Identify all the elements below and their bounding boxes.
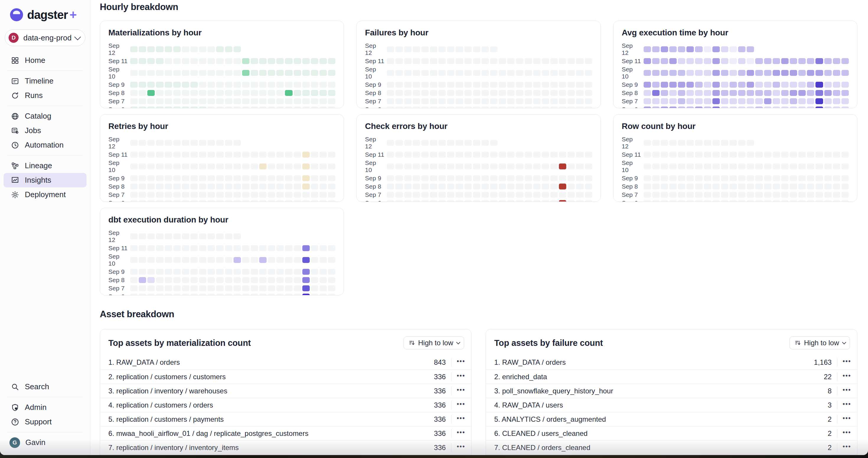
heatmap-cell[interactable] — [430, 106, 437, 108]
heatmap-cell[interactable] — [165, 46, 172, 52]
heatmap-cell[interactable] — [216, 175, 223, 181]
heatmap-cell[interactable] — [130, 233, 137, 239]
heatmap-cell[interactable] — [669, 90, 677, 96]
heatmap-cell[interactable] — [234, 192, 241, 198]
heatmap-cell[interactable] — [695, 46, 702, 52]
heatmap-cell[interactable] — [686, 82, 694, 88]
heatmap-cell[interactable] — [781, 175, 788, 181]
heatmap-cell[interactable] — [165, 98, 172, 104]
heatmap-cell[interactable] — [824, 90, 832, 96]
heatmap-cell[interactable] — [533, 184, 540, 190]
heatmap-cell[interactable] — [404, 90, 411, 96]
heatmap-cell[interactable] — [156, 269, 163, 275]
heatmap-cell[interactable] — [661, 200, 668, 202]
heatmap-cell[interactable] — [302, 269, 310, 275]
heatmap-cell[interactable] — [165, 245, 172, 251]
heatmap-cell[interactable] — [790, 58, 797, 64]
heatmap-cell[interactable] — [199, 98, 206, 104]
heatmap-cell[interactable] — [542, 163, 549, 169]
heatmap-cell[interactable] — [328, 70, 335, 76]
heatmap-cell[interactable] — [764, 184, 771, 190]
heatmap-cell[interactable] — [182, 140, 189, 146]
heatmap-cell[interactable] — [669, 163, 677, 169]
heatmap-cell[interactable] — [542, 192, 549, 198]
heatmap-cell[interactable] — [559, 192, 566, 198]
heatmap-cell[interactable] — [182, 152, 189, 158]
heatmap-cell[interactable] — [525, 152, 532, 158]
heatmap-cell[interactable] — [507, 82, 515, 88]
asset-row[interactable]: 7. replication / inventory / inventory_i… — [100, 440, 471, 454]
heatmap-cell[interactable] — [430, 192, 437, 198]
heatmap-cell[interactable] — [482, 90, 489, 96]
heatmap-cell[interactable] — [328, 257, 335, 263]
heatmap-cell[interactable] — [173, 163, 181, 169]
heatmap-cell[interactable] — [165, 70, 172, 76]
heatmap-cell[interactable] — [585, 184, 592, 190]
heatmap-cell[interactable] — [182, 70, 189, 76]
heatmap-cell[interactable] — [833, 82, 840, 88]
heatmap-cell[interactable] — [156, 98, 163, 104]
heatmap-cell[interactable] — [678, 70, 685, 76]
heatmap-cell[interactable] — [413, 106, 420, 108]
heatmap-cell[interactable] — [542, 175, 549, 181]
heatmap-cell[interactable] — [456, 140, 463, 146]
heatmap-cell[interactable] — [147, 184, 155, 190]
heatmap-cell[interactable] — [173, 245, 181, 251]
heatmap-cell[interactable] — [661, 90, 668, 96]
heatmap-cell[interactable] — [404, 175, 411, 181]
heatmap-cell[interactable] — [225, 46, 232, 52]
heatmap-cell[interactable] — [190, 140, 198, 146]
heatmap-cell[interactable] — [165, 90, 172, 96]
heatmap-cell[interactable] — [276, 70, 284, 76]
heatmap-cell[interactable] — [730, 152, 737, 158]
heatmap-cell[interactable] — [790, 98, 797, 104]
heatmap-cell[interactable] — [559, 175, 566, 181]
heatmap-cell[interactable] — [542, 58, 549, 64]
heatmap-cell[interactable] — [764, 200, 771, 202]
heatmap-cell[interactable] — [430, 163, 437, 169]
heatmap-cell[interactable] — [294, 98, 301, 104]
heatmap-cell[interactable] — [147, 140, 155, 146]
heatmap-cell[interactable] — [182, 184, 189, 190]
heatmap-cell[interactable] — [704, 106, 711, 108]
heatmap-cell[interactable] — [585, 82, 592, 88]
heatmap-cell[interactable] — [669, 192, 677, 198]
heatmap-cell[interactable] — [525, 82, 532, 88]
heatmap-cell[interactable] — [490, 200, 497, 202]
heatmap-cell[interactable] — [413, 140, 420, 146]
heatmap-cell[interactable] — [824, 70, 832, 76]
row-menu-button[interactable]: ••• — [457, 429, 465, 438]
heatmap-cell[interactable] — [156, 184, 163, 190]
heatmap-cell[interactable] — [259, 245, 267, 251]
heatmap-cell[interactable] — [139, 46, 146, 52]
heatmap-cell[interactable] — [533, 175, 540, 181]
heatmap-cell[interactable] — [807, 175, 814, 181]
heatmap-cell[interactable] — [294, 285, 301, 291]
heatmap-cell[interactable] — [234, 257, 241, 263]
heatmap-cell[interactable] — [328, 285, 335, 291]
heatmap-cell[interactable] — [302, 70, 310, 76]
heatmap-cell[interactable] — [302, 175, 310, 181]
heatmap-cell[interactable] — [790, 184, 797, 190]
heatmap-cell[interactable] — [156, 245, 163, 251]
heatmap-cell[interactable] — [644, 82, 651, 88]
heatmap-cell[interactable] — [234, 233, 241, 239]
heatmap-cell[interactable] — [268, 90, 275, 96]
heatmap-cell[interactable] — [276, 90, 284, 96]
heatmap-cell[interactable] — [130, 269, 137, 275]
heatmap-cell[interactable] — [404, 140, 411, 146]
heatmap-cell[interactable] — [173, 285, 181, 291]
heatmap-cell[interactable] — [294, 90, 301, 96]
heatmap-cell[interactable] — [815, 184, 823, 190]
heatmap-cell[interactable] — [199, 192, 206, 198]
heatmap-cell[interactable] — [585, 58, 592, 64]
heatmap-cell[interactable] — [730, 175, 737, 181]
heatmap-cell[interactable] — [482, 184, 489, 190]
heatmap-cell[interactable] — [678, 98, 685, 104]
heatmap-cell[interactable] — [190, 277, 198, 283]
heatmap-cell[interactable] — [285, 58, 292, 64]
heatmap-cell[interactable] — [661, 184, 668, 190]
heatmap-cell[interactable] — [764, 152, 771, 158]
heatmap-cell[interactable] — [755, 163, 763, 169]
heatmap-cell[interactable] — [190, 257, 198, 263]
